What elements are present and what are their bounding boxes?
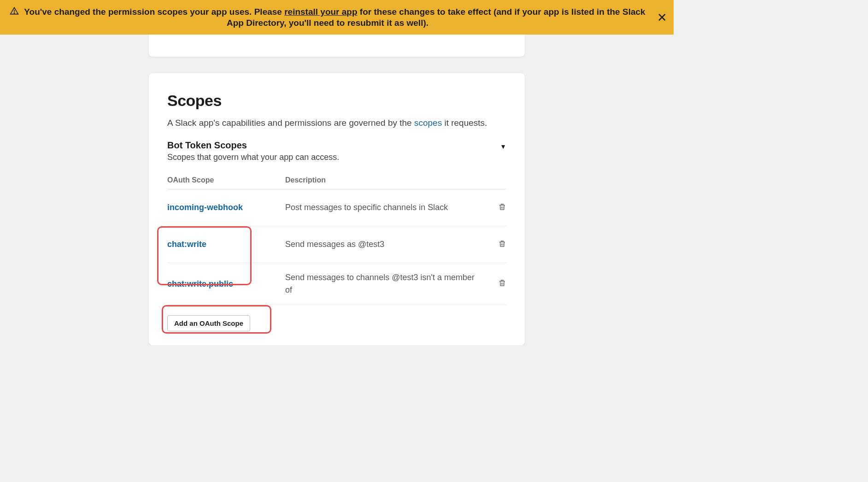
scope-name[interactable]: chat:write — [167, 240, 206, 249]
col-header-desc: Description — [285, 176, 488, 184]
col-header-scope: OAuth Scope — [167, 176, 285, 184]
bot-token-title: Bot Token Scopes — [167, 140, 339, 151]
banner-text-before: You've changed the permission scopes you… — [24, 7, 284, 17]
previous-card-bottom — [149, 35, 525, 57]
scopes-link[interactable]: scopes — [414, 118, 442, 128]
table-row: chat:write.public Send messages to chann… — [167, 263, 506, 305]
scope-description: Send messages to channels @test3 isn't a… — [285, 271, 488, 296]
reinstall-app-link[interactable]: reinstall your app — [284, 7, 357, 17]
chevron-down-icon[interactable]: ▼ — [500, 143, 506, 150]
scopes-table: OAuth Scope Description incoming-webhook… — [167, 176, 506, 331]
svg-point-1 — [14, 13, 15, 13]
scopes-title: Scopes — [167, 92, 506, 110]
bot-token-subtitle: Scopes that govern what your app can acc… — [167, 153, 339, 162]
scope-name[interactable]: chat:write.public — [167, 279, 233, 288]
add-oauth-scope-button[interactable]: Add an OAuth Scope — [167, 315, 250, 331]
trash-icon[interactable] — [488, 278, 506, 289]
scope-name[interactable]: incoming-webhook — [167, 203, 243, 212]
scope-description: Send messages as @test3 — [285, 238, 488, 251]
scope-description: Post messages to specific channels in Sl… — [285, 201, 488, 214]
table-row: chat:write Send messages as @test3 — [167, 226, 506, 263]
scopes-card: Scopes A Slack app's capabilities and pe… — [149, 73, 525, 345]
scopes-description: A Slack app's capabilities and permissio… — [167, 118, 506, 128]
close-icon[interactable]: ✕ — [657, 12, 667, 24]
trash-icon[interactable] — [488, 202, 506, 213]
warning-banner: You've changed the permission scopes you… — [0, 0, 674, 35]
table-header: OAuth Scope Description — [167, 176, 506, 189]
warning-icon — [10, 6, 19, 18]
table-row: incoming-webhook Post messages to specif… — [167, 189, 506, 226]
bot-token-scopes-header[interactable]: Bot Token Scopes Scopes that govern what… — [167, 140, 506, 176]
trash-icon[interactable] — [488, 239, 506, 250]
